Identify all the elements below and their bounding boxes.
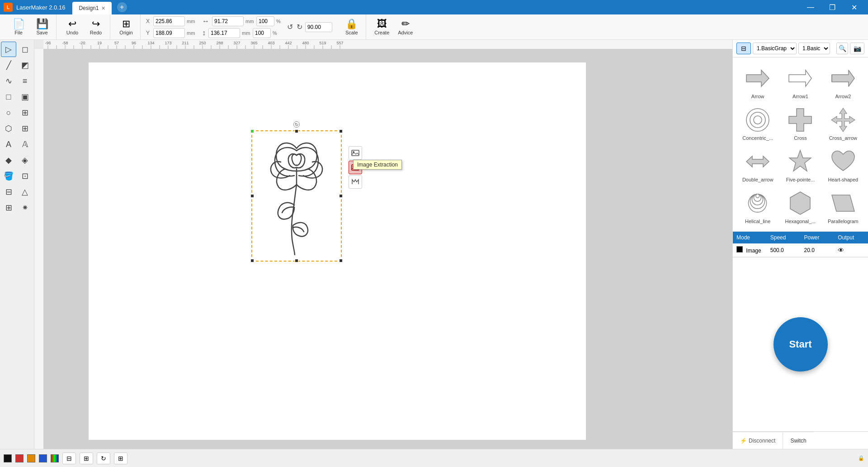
shape-hexagonal[interactable]: Hexagonal_... — [781, 188, 820, 226]
handle-bottom-center[interactable] — [295, 259, 298, 262]
tab-close-icon[interactable]: × — [101, 5, 105, 12]
undo-icon: ↩ — [68, 19, 76, 29]
panel-view-button[interactable]: ⊟ — [736, 43, 751, 54]
svg-text:173: 173 — [165, 41, 171, 45]
design-tab[interactable]: Design1 × — [72, 2, 111, 14]
fill-tool[interactable]: 🪣 — [1, 168, 16, 184]
disconnect-button[interactable]: ⚡ Disconnect — [733, 432, 783, 449]
layer-row-image[interactable]: Image 500.0 20.0 👁 — [733, 243, 868, 257]
grid-button[interactable]: ⊞ — [114, 453, 127, 464]
svg-text:19: 19 — [97, 41, 102, 45]
refresh-button[interactable]: ↻ — [97, 453, 110, 464]
width-pct-input[interactable] — [256, 16, 274, 26]
overlay-tool[interactable]: ◩ — [17, 57, 33, 73]
line-tool[interactable]: ╱ — [1, 57, 16, 73]
rotate-handle[interactable]: ↻ — [293, 121, 300, 128]
handle-top-right[interactable] — [339, 129, 343, 133]
layer-output-cell[interactable]: 👁 — [834, 244, 868, 257]
curve-tool[interactable]: ∿ — [1, 73, 16, 89]
shape-five-pointed[interactable]: Five-pointe... — [781, 146, 820, 184]
paint-tool[interactable]: ◆ — [1, 152, 16, 168]
ellipse-tool[interactable]: ○ — [1, 105, 16, 120]
handle-middle-right[interactable] — [339, 194, 343, 198]
text2-tool[interactable]: 𝔸 — [17, 137, 33, 152]
shape-double-arrow[interactable]: Double_arrow — [738, 146, 777, 184]
camera-button[interactable]: 📷 — [850, 43, 864, 54]
color-multi[interactable] — [51, 454, 59, 462]
angle-input[interactable] — [305, 22, 332, 32]
undo-button[interactable]: ↩ Undo — [61, 16, 84, 38]
switch-button[interactable]: Switch — [783, 432, 813, 449]
paint2-tool[interactable]: ◈ — [17, 152, 33, 168]
text-tool[interactable]: A — [1, 137, 16, 152]
polygon-tool[interactable]: ⬡ — [1, 121, 16, 136]
origin-button[interactable]: ⊞ Origin — [115, 16, 137, 38]
handle-top-center[interactable] — [295, 129, 298, 133]
svg-marker-62 — [832, 70, 854, 86]
file-button[interactable]: 📄 File — [7, 16, 30, 38]
ellipse2-tool[interactable]: ⊞ — [17, 105, 33, 120]
width-input[interactable] — [212, 16, 244, 26]
shape-cross-arrow[interactable]: Cross_arrow — [824, 105, 863, 143]
color-blue[interactable] — [39, 454, 47, 462]
ungroup-button[interactable]: ⊞ — [80, 453, 93, 464]
layer-table-header: Mode Speed Power Output — [733, 232, 868, 243]
handle-top-left[interactable] — [250, 129, 254, 133]
layer2-tool[interactable]: △ — [17, 184, 33, 200]
minimize-button[interactable]: — — [800, 0, 821, 14]
handle-bottom-right[interactable] — [339, 259, 343, 262]
color-black[interactable] — [4, 454, 12, 462]
shape-arrow2[interactable]: Arrow2 — [824, 63, 863, 101]
pattern-tool[interactable]: ⊞ — [17, 121, 33, 136]
height-input[interactable] — [208, 28, 240, 38]
canvas-area[interactable]: -96-58-201957961341732112502883273654034… — [34, 40, 732, 449]
rect2-tool[interactable]: ▣ — [17, 89, 33, 105]
select-tool[interactable]: ▷ — [1, 42, 16, 57]
x-input[interactable] — [153, 16, 185, 26]
selected-image[interactable]: ↻ — [251, 130, 342, 262]
save-button[interactable]: 💾 Save — [31, 16, 53, 38]
effect-tool[interactable]: ⁕ — [17, 200, 33, 215]
align-tool[interactable]: ≡ — [17, 73, 33, 89]
save-label: Save — [36, 30, 47, 35]
shape-concentric[interactable]: Concentric_... — [738, 105, 777, 143]
grid-tool[interactable]: ⊞ — [1, 200, 16, 215]
shape-parallelogram[interactable]: Parallelogram — [824, 188, 863, 226]
visibility-toggle[interactable]: 👁 — [838, 247, 844, 254]
shape-arrow[interactable]: Arrow — [738, 63, 777, 101]
height-pct-input[interactable] — [253, 28, 271, 38]
svg-text:96: 96 — [132, 41, 136, 45]
node-edit-tool[interactable]: ◻ — [17, 42, 33, 57]
canvas-content[interactable]: ↻ — [43, 49, 732, 449]
start-button[interactable]: Start — [774, 317, 828, 372]
shape-helical[interactable]: Helical_line — [738, 188, 777, 226]
handle-bottom-left[interactable] — [250, 259, 254, 262]
layer-tool[interactable]: ⊟ — [1, 184, 16, 200]
advice-button[interactable]: ✏ Advice — [394, 16, 417, 38]
canvas-workspace[interactable]: ↻ — [89, 62, 586, 440]
y-input[interactable] — [153, 28, 185, 38]
redo-button[interactable]: ↪ Redo — [85, 16, 107, 38]
search-button[interactable]: 🔍 — [836, 43, 848, 54]
shape-heart[interactable]: Heart-shaped — [824, 146, 863, 184]
rect-tool[interactable]: □ — [1, 89, 16, 105]
restore-button[interactable]: ❐ — [822, 0, 843, 14]
image-tool-1[interactable] — [349, 146, 362, 160]
color-orange[interactable] — [27, 454, 35, 462]
image-tool-3[interactable] — [349, 175, 362, 189]
color-red[interactable] — [15, 454, 24, 462]
shape-category-select[interactable]: 1.BasicGrap — [753, 43, 797, 54]
fill2-tool[interactable]: ⊡ — [17, 168, 33, 184]
group-button[interactable]: ⊟ — [62, 453, 76, 464]
shape-style-select[interactable]: 1.Basic — [798, 43, 830, 54]
shape-cross[interactable]: Cross — [781, 105, 820, 143]
scale-button[interactable]: 🔒 Scale — [340, 16, 363, 38]
create-button[interactable]: 🖼 Create — [371, 16, 393, 38]
x-unit: mm — [187, 19, 196, 24]
close-button[interactable]: ✕ — [844, 0, 864, 14]
new-tab-button[interactable]: + — [117, 2, 127, 12]
handle-middle-left[interactable] — [250, 194, 254, 198]
x-label: X — [146, 18, 151, 24]
height-pct-symbol: % — [273, 30, 277, 36]
shape-arrow1[interactable]: Arrow1 — [781, 63, 820, 101]
